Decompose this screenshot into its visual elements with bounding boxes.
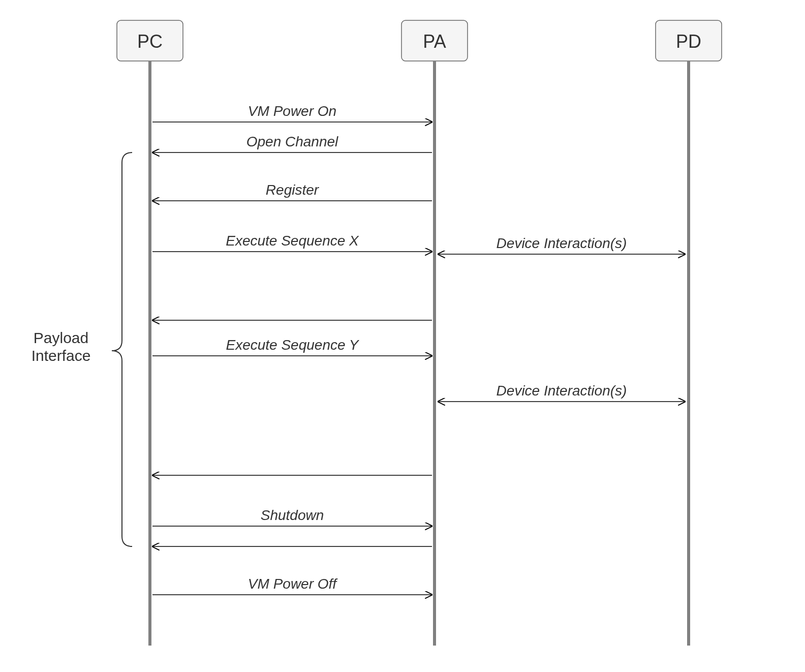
payload-interface-brace: Payload Interface [32,152,132,546]
message-shutdown: Shutdown [152,507,432,526]
sequence-diagram: PC PA PD VM Power On Open Channel Regist… [0,0,805,672]
actor-pa: PA [401,20,468,646]
message-label: Open Channel [246,134,338,149]
message-device-interaction-2: Device Interaction(s) [438,383,685,402]
actor-pd: PD [656,20,722,646]
message-register: Register [152,182,432,201]
message-device-interaction-1: Device Interaction(s) [438,235,685,254]
brace-label-line1: Payload [34,329,88,346]
actor-pc-label: PC [137,31,163,52]
actor-pd-label: PD [676,31,701,52]
message-open-channel: Open Channel [152,134,432,152]
actor-pc: PC [117,20,183,646]
message-execute-y: Execute Sequence Y [152,337,432,356]
brace-label-line2: Interface [32,347,91,364]
message-label: Device Interaction(s) [497,235,627,251]
message-vm-power-on: VM Power On [152,103,432,122]
message-label: VM Power On [248,103,336,119]
message-label: Execute Sequence X [226,233,359,249]
message-execute-x: Execute Sequence X [152,233,432,252]
message-label: Execute Sequence Y [226,337,359,353]
message-label: Shutdown [261,507,324,523]
message-vm-power-off: VM Power Off [152,576,432,595]
message-label: Register [266,182,320,198]
message-label: Device Interaction(s) [497,383,627,399]
actor-pa-label: PA [423,31,446,52]
message-label: VM Power Off [248,576,338,592]
